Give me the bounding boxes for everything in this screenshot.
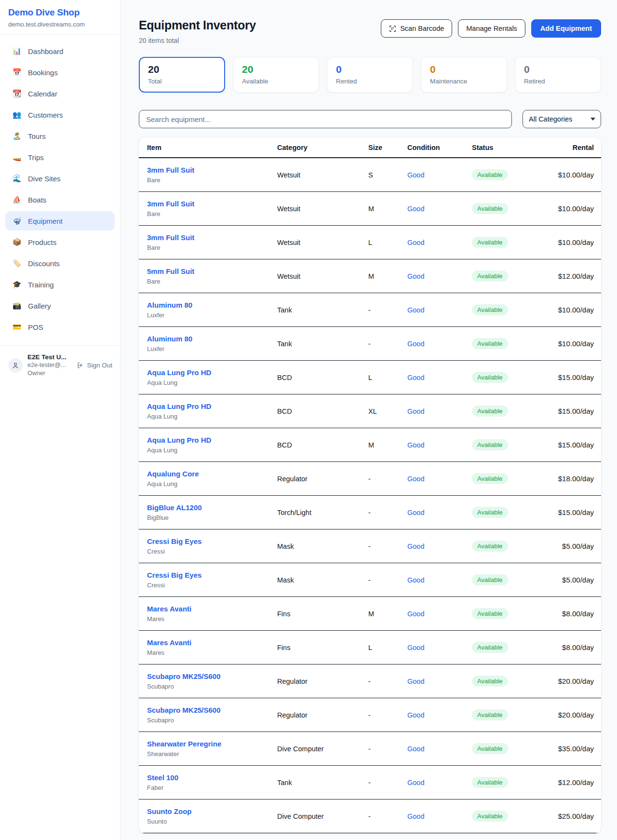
items-total-count: 20 items total: [139, 37, 256, 44]
trips-icon: 🚤: [12, 153, 22, 162]
table-row: Mares Avanti Mares Fins L Good Available…: [139, 631, 601, 664]
size-cell: -: [368, 576, 407, 584]
condition-link[interactable]: Good: [407, 441, 424, 449]
table-row: Aluminum 80 Luxfer Tank - Good Available…: [139, 293, 601, 327]
item-link[interactable]: Cressi Big Eyes: [147, 571, 201, 579]
item-link[interactable]: Aluminum 80: [147, 335, 192, 343]
sidebar-item-bookings[interactable]: 📅 Bookings: [5, 63, 115, 82]
sidebar-item-trips[interactable]: 🚤 Trips: [5, 148, 115, 167]
status-badge: Available: [472, 777, 508, 788]
condition-link[interactable]: Good: [407, 272, 424, 280]
item-link[interactable]: 3mm Full Suit: [147, 233, 194, 242]
condition-link[interactable]: Good: [407, 779, 424, 786]
condition-link[interactable]: Good: [407, 813, 424, 820]
condition-link[interactable]: Good: [407, 306, 424, 314]
condition-link[interactable]: Good: [407, 205, 424, 213]
sidebar-item-dashboard[interactable]: 📊 Dashboard: [5, 41, 115, 61]
sidebar-item-products[interactable]: 📦 Products: [5, 232, 115, 252]
brand-title[interactable]: Demo Dive Shop: [8, 7, 112, 18]
rental-cell: $10.00/day: [549, 339, 594, 348]
item-link[interactable]: Aqualung Core: [147, 470, 199, 478]
stat-card-maintenance[interactable]: 0 Maintenance: [421, 57, 507, 93]
sidebar-item-tours[interactable]: 🏝️ Tours: [5, 126, 115, 146]
sidebar-item-label: Training: [28, 281, 54, 289]
item-link[interactable]: Aqua Lung Pro HD: [147, 436, 211, 444]
sidebar-item-boats[interactable]: ⛵ Boats: [5, 190, 115, 209]
condition-link[interactable]: Good: [407, 542, 424, 550]
condition-link[interactable]: Good: [407, 374, 424, 381]
item-brand: Suunto: [147, 818, 277, 825]
sidebar-item-calendar[interactable]: 📆 Calendar: [5, 84, 115, 103]
item-link[interactable]: 3mm Full Suit: [147, 200, 194, 208]
item-link[interactable]: Mares Avanti: [147, 605, 191, 613]
condition-link[interactable]: Good: [407, 407, 424, 415]
rental-cell: $25.00/day: [549, 812, 594, 820]
stat-value: 20: [242, 64, 310, 75]
item-link[interactable]: Aqua Lung Pro HD: [147, 368, 211, 377]
condition-link[interactable]: Good: [407, 340, 424, 348]
condition-link[interactable]: Good: [407, 677, 424, 685]
sidebar-item-label: Trips: [28, 153, 44, 162]
item-link[interactable]: 3mm Full Suit: [147, 166, 194, 174]
sidebar-item-pos[interactable]: 💳 POS: [5, 317, 115, 337]
category-select-wrap: All Categories: [523, 110, 601, 128]
avatar: [8, 358, 23, 373]
sidebar-item-dive-sites[interactable]: 🌊 Dive Sites: [5, 169, 115, 188]
item-brand: Cressi: [147, 582, 277, 589]
dive-sites-icon: 🌊: [12, 174, 22, 183]
sidebar-item-label: Dive Sites: [28, 175, 61, 183]
sidebar-item-training[interactable]: 🎓 Training: [5, 275, 115, 294]
size-cell: -: [368, 340, 407, 348]
stat-card-available[interactable]: 20 Available: [233, 57, 319, 93]
condition-link[interactable]: Good: [407, 475, 424, 483]
item-brand: Scubapro: [147, 717, 277, 724]
stat-card-retired[interactable]: 0 Retired: [515, 57, 601, 93]
sidebar-item-label: Discounts: [28, 259, 60, 268]
item-brand: Bare: [147, 244, 277, 251]
item-link[interactable]: Aqua Lung Pro HD: [147, 402, 211, 410]
item-link[interactable]: Mares Avanti: [147, 638, 191, 647]
condition-link[interactable]: Good: [407, 711, 424, 719]
sidebar-item-discounts[interactable]: 🏷️ Discounts: [5, 254, 115, 273]
gallery-icon: 📸: [12, 301, 22, 310]
condition-link[interactable]: Good: [407, 171, 424, 179]
add-equipment-button[interactable]: Add Equipment: [531, 19, 601, 38]
item-link[interactable]: Aluminum 80: [147, 301, 192, 309]
item-link[interactable]: Shearwater Peregrine: [147, 740, 221, 748]
sidebar-item-label: Products: [28, 238, 56, 246]
condition-link[interactable]: Good: [407, 745, 424, 753]
condition-link[interactable]: Good: [407, 509, 424, 516]
item-link[interactable]: BigBlue AL1200: [147, 503, 202, 512]
table-row: Cressi Big Eyes Cressi Mask - Good Avail…: [139, 529, 601, 563]
sign-out-button[interactable]: Sign Out: [77, 362, 112, 369]
category-select[interactable]: All Categories: [523, 110, 601, 128]
stat-card-rented[interactable]: 0 Rented: [327, 57, 413, 93]
stat-value: 0: [336, 64, 404, 75]
size-cell: M: [368, 441, 407, 449]
col-header-size: Size: [368, 144, 407, 151]
category-cell: Wetsuit: [277, 171, 368, 179]
manage-rentals-button[interactable]: Manage Rentals: [458, 19, 525, 38]
rental-cell: $15.00/day: [549, 373, 594, 381]
item-link[interactable]: 5mm Full Suit: [147, 267, 194, 275]
search-input[interactable]: [139, 110, 512, 128]
sidebar-item-customers[interactable]: 👥 Customers: [5, 105, 115, 124]
stat-card-total[interactable]: 20 Total: [139, 57, 225, 93]
condition-link[interactable]: Good: [407, 644, 424, 651]
rental-cell: $15.00/day: [549, 508, 594, 516]
condition-link[interactable]: Good: [407, 239, 424, 246]
condition-link[interactable]: Good: [407, 610, 424, 618]
item-link[interactable]: Suunto Zoop: [147, 807, 191, 815]
item-link[interactable]: Scubapro MK25/S600: [147, 706, 221, 714]
item-link[interactable]: Cressi Big Eyes: [147, 537, 201, 545]
sidebar-item-gallery[interactable]: 📸 Gallery: [5, 296, 115, 315]
item-link[interactable]: Steel 100: [147, 773, 178, 782]
condition-link[interactable]: Good: [407, 576, 424, 584]
scan-barcode-button[interactable]: Scan Barcode: [381, 19, 452, 38]
sidebar-item-equipment[interactable]: 🤿 Equipment: [5, 211, 115, 230]
stat-value: 0: [430, 64, 498, 75]
size-cell: -: [368, 677, 407, 685]
item-brand: Aqua Lung: [147, 379, 277, 386]
item-link[interactable]: Scubapro MK25/S600: [147, 672, 221, 680]
status-badge: Available: [472, 203, 508, 214]
